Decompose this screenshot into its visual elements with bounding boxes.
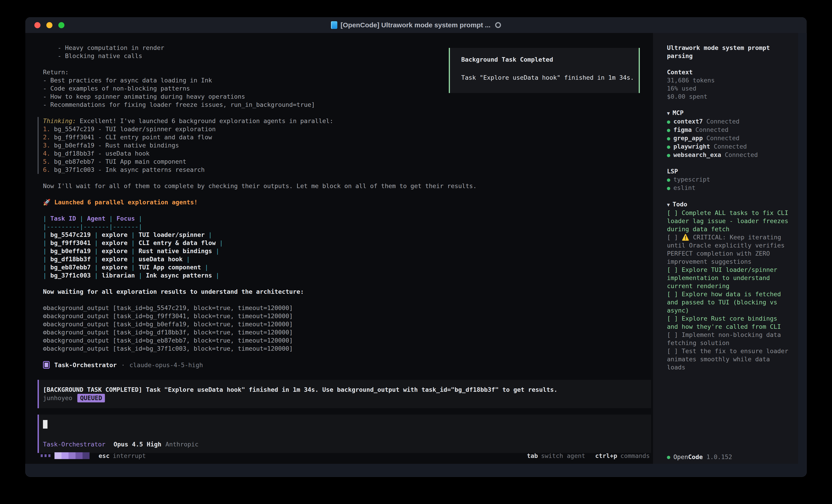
- connected-dot-icon: ●: [667, 127, 670, 133]
- window-title: [OpenCode] Ultrawork mode system prompt …: [331, 21, 501, 29]
- connected-dot-icon: ●: [667, 135, 670, 142]
- todo-item: [ ] Complete ALL tasks to fix CLI loader…: [667, 209, 789, 233]
- lsp-list: ●typescript●eslint: [667, 175, 789, 192]
- background-task-notification: Background Task Completed Task "Explore …: [449, 48, 640, 93]
- todo-heading[interactable]: ▼Todo: [667, 200, 789, 209]
- todo-item: [ ] Test the fix to ensure loader animat…: [667, 347, 789, 371]
- context-tokens: 31,686 tokens: [667, 76, 789, 84]
- thinking-block: Thinking: Excellent! I've launched 6 bac…: [37, 117, 653, 174]
- input-agent-name[interactable]: Task-Orchestrator: [43, 440, 105, 448]
- mcp-item: ●playwrightConnected: [667, 142, 789, 151]
- input-agent-row[interactable]: Task-Orchestrator Opus 4.5 High Anthropi…: [43, 440, 646, 448]
- prompt-input[interactable]: Task-Orchestrator Opus 4.5 High Anthropi…: [37, 415, 651, 453]
- mcp-item: ●context7Connected: [667, 117, 789, 126]
- todo-item: [ ] Explore TUI loader/spinner implement…: [667, 266, 789, 290]
- circle-outline-icon: [495, 22, 501, 28]
- agent-name: Task-Orchestrator: [54, 362, 116, 368]
- terminal-window: [OpenCode] Ultrawork mode system prompt …: [25, 17, 807, 477]
- agent-model: claude-opus-4-5-high: [130, 362, 203, 368]
- status-sidebar: Ultrawork mode system prompt parsing Con…: [653, 33, 798, 464]
- tab-shortcut: tabswitch agent: [527, 452, 586, 459]
- working-spinner-icon: [41, 452, 89, 459]
- queued-author: junhoyeo: [43, 394, 72, 402]
- chevron-down-icon: ▼: [667, 111, 670, 116]
- version-number: 1.0.152: [706, 453, 732, 461]
- chevron-down-icon: ▼: [667, 202, 670, 207]
- input-provider-name: Anthropic: [165, 440, 199, 448]
- agent-avatar-icon: [43, 361, 50, 369]
- agent-separator: ·: [121, 362, 125, 368]
- todo-item: [ ] ⚠️ CRITICAL: Keep iterating until Or…: [667, 233, 789, 266]
- lsp-heading: LSP: [667, 167, 789, 175]
- text-cursor: [43, 420, 48, 428]
- mcp-heading[interactable]: ▼MCP: [667, 109, 789, 117]
- todo-list: [ ] Complete ALL tasks to fix CLI loader…: [667, 209, 789, 371]
- chat-transcript-pane[interactable]: - Heavy computation in render - Blocking…: [25, 33, 653, 464]
- mcp-list: ●context7Connected●figmaConnected●grep_a…: [667, 117, 789, 159]
- connected-dot-icon: ●: [667, 118, 670, 125]
- connected-dot-icon: ●: [667, 152, 670, 158]
- queued-message-text: [BACKGROUND TASK COMPLETED] Task "Explor…: [43, 386, 646, 394]
- context-heading: Context: [667, 68, 789, 76]
- input-model-name[interactable]: Opus 4.5 High: [113, 440, 161, 448]
- todo-item: [ ] Implement non-blocking data fetching…: [667, 331, 789, 347]
- todo-item: [ ] Explore Rust core bindings and how t…: [667, 314, 789, 331]
- context-used: 16% used: [667, 84, 789, 92]
- lsp-item: ●eslint: [667, 184, 789, 192]
- mcp-item: ●grep_appConnected: [667, 134, 789, 142]
- assistant-message-body: Now I'll wait for all of them to complet…: [43, 174, 653, 361]
- lsp-dot-icon: ●: [667, 185, 670, 191]
- title-bar[interactable]: [OpenCode] Ultrawork mode system prompt …: [25, 17, 807, 33]
- todo-item: [ ] Explore how data is fetched and pass…: [667, 290, 789, 314]
- minimize-button[interactable]: [46, 22, 52, 28]
- close-button[interactable]: [34, 22, 41, 28]
- notification-title: Background Task Completed: [461, 56, 639, 64]
- session-title: Ultrawork mode system prompt parsing: [667, 44, 789, 60]
- esc-shortcut: escinterrupt: [99, 452, 146, 459]
- status-dot-icon: ●: [667, 453, 670, 461]
- lsp-dot-icon: ●: [667, 176, 670, 183]
- context-spent: $0.00 spent: [667, 92, 789, 101]
- document-icon: [331, 21, 337, 29]
- window-title-text: [OpenCode] Ultrawork mode system prompt …: [340, 21, 490, 29]
- notification-body: Task "Explore useData hook" finished in …: [461, 74, 639, 82]
- mcp-item: ●figmaConnected: [667, 126, 789, 134]
- queued-message-box: [BACKGROUND TASK COMPLETED] Task "Explor…: [37, 380, 651, 408]
- ctrlp-shortcut: ctrl+pcommands: [595, 452, 650, 459]
- maximize-button[interactable]: [58, 22, 64, 28]
- status-bar: escinterrupt tabswitch agent ctrl+pcomma…: [25, 450, 653, 464]
- mcp-item: ●websearch_exaConnected: [667, 151, 789, 159]
- connected-dot-icon: ●: [667, 144, 670, 150]
- app-version-footer: ● OpenCode 1.0.152: [667, 453, 732, 461]
- lsp-item: ●typescript: [667, 175, 789, 184]
- queued-status-badge: QUEUED: [77, 394, 105, 402]
- agent-attribution-line: Task-Orchestrator · claude-opus-4-5-high: [43, 361, 653, 369]
